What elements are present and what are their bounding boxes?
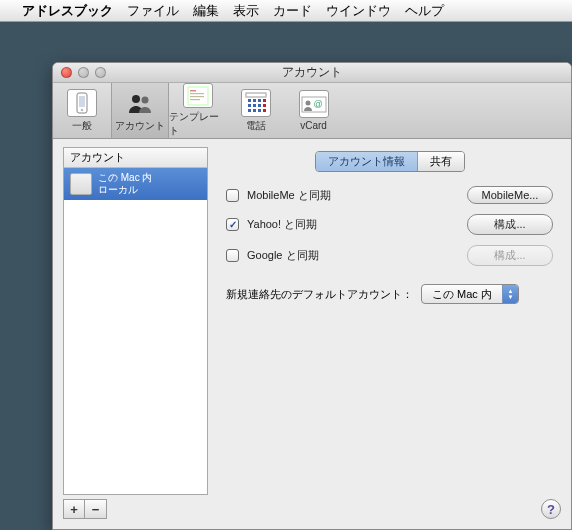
svg-rect-14 [258,99,261,102]
account-detail-panel: アカウント情報 共有 MobileMe と同期 MobileMe... Yaho… [218,147,561,519]
svg-point-4 [142,96,149,103]
svg-rect-16 [253,104,256,107]
svg-rect-22 [263,104,266,107]
menu-help[interactable]: ヘルプ [405,2,444,20]
general-icon [67,89,97,117]
menu-view[interactable]: 表示 [233,2,259,20]
accounts-list[interactable]: この Mac 内 ローカル [63,168,208,495]
account-item-line2: ローカル [98,184,152,196]
svg-text:@: @ [313,99,322,109]
detail-tabs: アカウント情報 共有 [222,151,557,172]
svg-point-3 [132,95,140,103]
svg-rect-18 [248,109,251,112]
toolbar-accounts[interactable]: アカウント [111,83,169,138]
template-icon [183,83,213,108]
tab-account-info[interactable]: アカウント情報 [316,152,417,171]
sync-row-mobileme: MobileMe と同期 MobileMe... [226,186,553,204]
window-title: アカウント [53,64,571,81]
svg-rect-9 [190,99,200,100]
svg-rect-19 [253,109,256,112]
help-button[interactable]: ? [541,499,561,519]
sync-row-google: Google と同期 構成... [226,245,553,266]
svg-rect-8 [190,96,204,97]
svg-point-25 [305,101,310,106]
svg-rect-7 [190,93,204,94]
sidebar-header: アカウント [63,147,208,168]
default-account-popup[interactable]: この Mac 内 ▲▼ [421,284,519,304]
account-item-label: この Mac 内 ローカル [98,172,152,196]
account-local-icon [70,173,92,195]
accounts-icon [125,89,155,117]
yahoo-sync-label: Yahoo! と同期 [247,217,459,232]
add-remove-bar: + − [63,499,208,519]
remove-account-button[interactable]: − [85,499,107,519]
svg-rect-17 [258,104,261,107]
menu-edit[interactable]: 編集 [193,2,219,20]
toolbar-phone[interactable]: 電話 [227,83,285,138]
google-configure-button: 構成... [467,245,553,266]
yahoo-sync-checkbox[interactable] [226,218,239,231]
svg-rect-10 [246,93,266,97]
svg-rect-13 [253,99,256,102]
svg-rect-15 [248,104,251,107]
window-content: アカウント この Mac 内 ローカル + − アカウント情報 [53,139,571,529]
mobileme-sync-label: MobileMe と同期 [247,188,459,203]
accounts-sidebar: アカウント この Mac 内 ローカル + − [63,147,208,519]
toolbar-phone-label: 電話 [246,119,266,133]
toolbar-template[interactable]: テンプレート [169,83,227,138]
sync-row-yahoo: Yahoo! と同期 構成... [226,214,553,235]
default-account-value: この Mac 内 [422,287,502,302]
mobileme-settings-button[interactable]: MobileMe... [467,186,553,204]
yahoo-configure-button[interactable]: 構成... [467,214,553,235]
svg-rect-1 [79,96,85,107]
svg-rect-6 [190,90,196,92]
svg-point-2 [80,108,83,111]
google-sync-label: Google と同期 [247,248,459,263]
svg-rect-23 [263,109,266,112]
prefs-toolbar: 一般 アカウント テンプレート 電話 @ vCard [53,83,571,139]
preferences-window: アカウント 一般 アカウント テンプレート 電話 [52,62,572,530]
add-account-button[interactable]: + [63,499,85,519]
menu-file[interactable]: ファイル [127,2,179,20]
menu-card[interactable]: カード [273,2,312,20]
mac-menubar: アドレスブック ファイル 編集 表示 カード ウインドウ ヘルプ [0,0,572,22]
svg-rect-20 [258,109,261,112]
toolbar-general-label: 一般 [72,119,92,133]
phone-icon [241,89,271,117]
default-account-row: 新規連絡先のデフォルトアカウント： この Mac 内 ▲▼ [226,284,553,304]
tab-sharing[interactable]: 共有 [417,152,464,171]
popup-stepper-icon: ▲▼ [502,285,518,303]
toolbar-template-label: テンプレート [169,110,226,138]
toolbar-general[interactable]: 一般 [53,83,111,138]
vcard-icon: @ [299,90,329,118]
svg-rect-12 [248,99,251,102]
default-account-label: 新規連絡先のデフォルトアカウント： [226,287,413,302]
menu-window[interactable]: ウインドウ [326,2,391,20]
toolbar-vcard[interactable]: @ vCard [285,83,343,138]
app-menu[interactable]: アドレスブック [22,2,113,20]
account-item-local[interactable]: この Mac 内 ローカル [64,168,207,200]
mobileme-sync-checkbox[interactable] [226,189,239,202]
google-sync-checkbox[interactable] [226,249,239,262]
account-item-line1: この Mac 内 [98,172,152,184]
svg-rect-21 [263,99,266,102]
toolbar-accounts-label: アカウント [115,119,165,133]
window-titlebar[interactable]: アカウント [53,63,571,83]
toolbar-vcard-label: vCard [300,120,327,131]
